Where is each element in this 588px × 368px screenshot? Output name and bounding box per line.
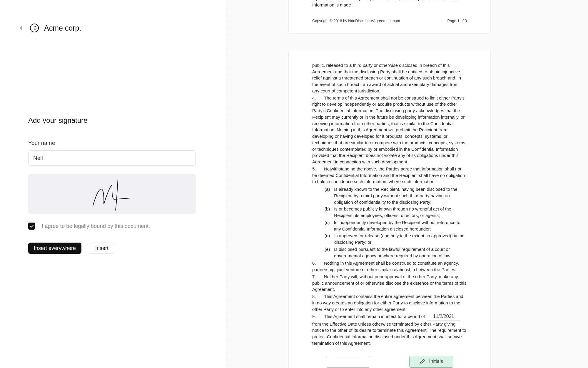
consent-row: I agree to be legally bound by this docu… xyxy=(28,223,196,230)
p2-7: 7.Neither Party will, without prior appr… xyxy=(312,273,467,293)
document-page-1: return or destroy all copies of Confiden… xyxy=(288,0,491,34)
insert-everywhere-button[interactable]: Insert everywhere xyxy=(28,243,81,254)
page1-tail-text: return or destroy all copies of Confiden… xyxy=(312,0,467,8)
list-item: (c)Is independently developed by the Rec… xyxy=(325,219,467,232)
list-item: (a)Is already known to the Recipient, ha… xyxy=(325,186,467,205)
effective-date-field[interactable]: 11/2/2021 xyxy=(427,313,460,321)
p2-4: 4.The terms of this Agreement shall not … xyxy=(312,95,467,165)
document-viewer[interactable]: return or destroy all copies of Confiden… xyxy=(226,0,588,368)
p2-intro: public, released to a third party or oth… xyxy=(312,62,467,94)
document-page-2: public, released to a third party or oth… xyxy=(288,50,491,368)
list-item: (b)Is or becomes publicly known through … xyxy=(325,206,467,219)
p2-5: 5.Notwithstanding the above, the Parties… xyxy=(312,166,467,185)
signature-row: Initials xyxy=(312,356,467,368)
signature-slot-2: Initials xyxy=(395,356,467,368)
panel-title: Add your signature xyxy=(28,116,163,125)
company-logo xyxy=(30,24,39,32)
p2-5-sublist: (a)Is already known to the Recipient, ha… xyxy=(325,186,467,259)
consent-text: I agree to be legally bound by this docu… xyxy=(42,223,150,229)
initials-label: Initials xyxy=(429,358,443,365)
signature-sidebar: Acme corp. Add your signature Your name … xyxy=(0,0,226,368)
initials-field[interactable]: Initials xyxy=(409,356,453,368)
swirl-icon xyxy=(32,26,37,30)
header: Acme corp. xyxy=(18,24,163,32)
company-name: Acme corp. xyxy=(44,24,81,32)
back-button[interactable] xyxy=(18,24,25,32)
signature-slot-1 xyxy=(312,356,384,368)
page1-copyright: Copyright © 2018 by NonDisclosureAgreeme… xyxy=(312,18,400,24)
name-input[interactable] xyxy=(28,150,196,166)
signature-form: Your name I agree to be legally bound by… xyxy=(28,140,196,254)
list-item: (d)Is approved for release (and only to … xyxy=(325,233,467,246)
page1-pager: Page 1 of 3 xyxy=(447,18,467,24)
signature-pad[interactable] xyxy=(28,174,196,214)
check-icon xyxy=(30,224,34,228)
signature-field-1[interactable] xyxy=(326,356,370,368)
consent-checkbox[interactable] xyxy=(28,223,35,230)
p2-8: 8.This Agreement contains the entire agr… xyxy=(312,293,467,312)
pen-icon xyxy=(419,359,425,365)
p2-6: 6.Nothing in this Agreement shall be con… xyxy=(312,260,467,273)
button-row: Insert everywhere Insert xyxy=(28,243,196,254)
page1-footer: Copyright © 2018 by NonDisclosureAgreeme… xyxy=(312,18,467,24)
chevron-left-icon xyxy=(19,25,24,31)
signature-glyph xyxy=(88,176,136,212)
insert-button[interactable]: Insert xyxy=(90,243,114,254)
list-item: (e)Is disclosed pursuant to the lawful r… xyxy=(325,246,467,259)
p2-9: 9.This Agreement shall remain in effect … xyxy=(312,313,467,346)
name-label: Your name xyxy=(28,140,196,146)
